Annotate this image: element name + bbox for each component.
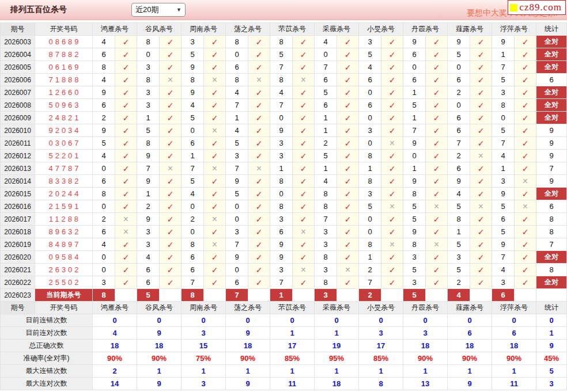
check-icon: ✓	[293, 36, 315, 48]
check-icon: ✓	[204, 226, 226, 238]
check-icon: ✓	[381, 264, 403, 276]
winning-number-cell: 12660	[35, 86, 93, 99]
check-icon: ✓	[248, 226, 270, 238]
current-kill-cell: 6	[492, 289, 515, 302]
check-icon: ✓	[115, 276, 137, 289]
summary-value-cell: 90%	[137, 352, 182, 365]
x-icon: ×	[293, 226, 315, 238]
summary-value-cell: 90%	[492, 352, 536, 365]
table-row: 2026005061698✓3✓9✓6✓7✓7✓4✓0✓0✓7✓全对	[1, 61, 567, 74]
logo-square-icon	[510, 4, 517, 12]
column-header: 荡之杀号	[226, 23, 270, 36]
kill-pick-cell: 3	[270, 264, 293, 276]
stat-cell: 7	[536, 238, 567, 251]
kill-pick-cell: 2	[182, 213, 204, 226]
x-icon: ×	[426, 200, 448, 213]
kill-pick-cell: 0	[93, 251, 115, 264]
kill-pick-cell: 2	[448, 86, 470, 99]
check-icon: ✓	[248, 264, 270, 276]
check-icon: ✓	[204, 251, 226, 264]
check-icon: ✓	[204, 112, 226, 124]
kill-pick-cell: 3	[226, 226, 248, 238]
summary-value-cell: 9	[137, 327, 182, 340]
summary-value-cell: 1	[182, 365, 226, 378]
check-icon: ✓	[160, 61, 182, 74]
kill-pick-cell: 8	[226, 36, 248, 48]
summary-stat-cell: 45%	[536, 352, 567, 365]
column-header: 薤露杀号	[448, 23, 492, 36]
kill-pick-cell: 1	[182, 150, 204, 162]
summary-row: 目前连对次数49391133661	[1, 327, 567, 340]
kill-pick-cell: 3	[492, 175, 515, 188]
kill-pick-cell: 6	[182, 251, 204, 264]
summary-stat-cell: 3	[536, 378, 567, 390]
kill-pick-cell: 0	[93, 200, 115, 213]
kill-pick-cell: 5	[492, 226, 515, 238]
column-header: 芣苡杀号	[270, 23, 315, 36]
kill-pick-cell: 0	[226, 48, 248, 61]
check-icon: ✓	[381, 36, 403, 48]
summary-value-cell: 0	[448, 314, 492, 327]
kill-pick-cell: 7	[182, 162, 204, 175]
column-header: 开奖号码	[35, 302, 93, 314]
check-icon: ✓	[515, 99, 536, 112]
stat-cell: 全对	[536, 61, 567, 74]
kill-pick-cell: 6	[403, 48, 426, 61]
check-icon: ✓	[470, 238, 492, 251]
summary-value-cell: 6	[492, 327, 536, 340]
summary-value-cell: 0	[403, 314, 448, 327]
check-icon: ✓	[337, 86, 359, 99]
kill-pick-cell: 2	[448, 276, 470, 289]
summary-value-cell: 90%	[448, 352, 492, 365]
column-header: 浮萍杀号	[492, 23, 536, 36]
kill-pick-cell: 8	[137, 74, 160, 86]
check-icon: ✓	[248, 276, 270, 289]
kill-pick-cell: 0	[492, 112, 515, 124]
x-icon: ×	[515, 200, 536, 213]
kill-pick-cell: 9	[137, 213, 160, 226]
check-icon: ✓	[426, 276, 448, 289]
kill-pick-cell: 3	[137, 99, 160, 112]
period-cell: 2026021	[1, 264, 35, 276]
check-icon: ✓	[515, 74, 536, 86]
check-icon: ✓	[515, 48, 536, 61]
table-row: 2026015202448✓1✓4✓5✓0✓8✓3✓8✓4✓9✓全对	[1, 188, 567, 200]
kill-pick-cell: 7	[492, 251, 515, 264]
x-icon: ×	[204, 124, 226, 137]
site-logo[interactable]: cz89.com	[508, 0, 566, 15]
range-select[interactable]: 近20期 ▼	[131, 3, 186, 17]
period-cell: 2026016	[1, 200, 35, 213]
summary-stat-cell: 9	[536, 340, 567, 352]
check-icon: ✓	[515, 264, 536, 276]
check-icon: ✓	[426, 99, 448, 112]
check-icon: ✓	[204, 86, 226, 99]
kill-pick-cell: 6	[182, 264, 204, 276]
kill-pick-cell: 0	[403, 61, 426, 74]
check-icon: ✓	[337, 188, 359, 200]
kill-pick-cell: 9	[492, 36, 515, 48]
check-icon: ✓	[381, 99, 403, 112]
check-icon: ✓	[248, 86, 270, 99]
kill-pick-cell: 8	[315, 276, 337, 289]
kill-pick-cell: 3	[137, 61, 160, 74]
check-icon: ✓	[426, 264, 448, 276]
check-icon: ✓	[426, 162, 448, 175]
kill-pick-cell: 9	[93, 124, 115, 137]
check-icon: ✓	[470, 137, 492, 150]
check-icon: ✓	[160, 200, 182, 213]
stat-cell: 全对	[536, 86, 567, 99]
kill-pick-cell: 8	[270, 36, 293, 48]
check-icon: ✓	[115, 86, 137, 99]
kill-pick-cell: 6	[93, 175, 115, 188]
table-row: 2026019848974✓3✓8×7✓9✓3✓8×8×5✓9✓7	[1, 238, 567, 251]
summary-stat-cell: 0	[536, 314, 567, 327]
kill-pick-cell: 8	[315, 188, 337, 200]
kill-pick-cell: 1	[403, 86, 426, 99]
summary-value-cell: 95%	[315, 352, 359, 365]
winning-number-cell: 24821	[35, 112, 93, 124]
period-cell: 2026006	[1, 74, 35, 86]
x-icon: ×	[204, 162, 226, 175]
column-header: 采薇杀号	[315, 23, 359, 36]
check-icon: ✓	[160, 99, 182, 112]
current-period-row: 2026023当前期杀号8587132546	[1, 289, 567, 302]
